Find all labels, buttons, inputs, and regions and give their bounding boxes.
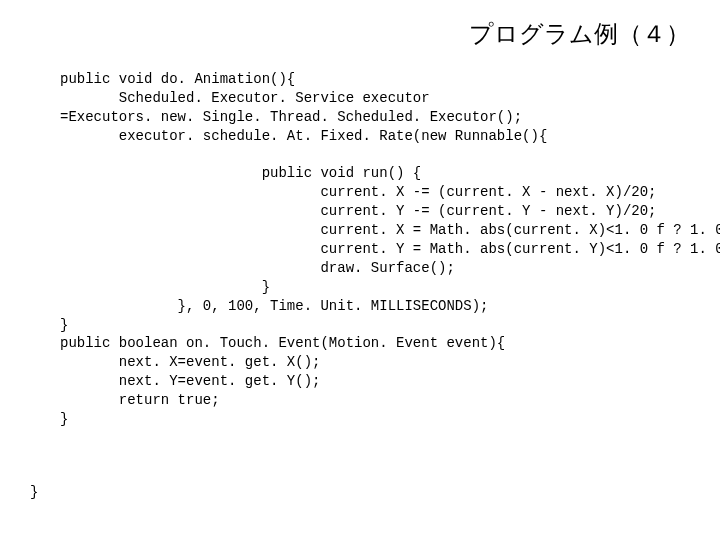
code-line: next. X=event. get. X(); — [60, 354, 320, 370]
code-line: public void do. Animation(){ — [60, 71, 295, 87]
code-line: =Executors. new. Single. Thread. Schedul… — [60, 109, 522, 125]
code-line: } — [60, 279, 270, 295]
code-line: public void run() { — [60, 165, 421, 181]
code-line: executor. schedule. At. Fixed. Rate(new … — [60, 128, 547, 144]
code-line: current. Y -= (current. Y - next. Y)/20; — [60, 203, 657, 219]
code-line: current. Y = Math. abs(current. Y)<1. 0 … — [60, 241, 720, 257]
code-line: next. Y=event. get. Y(); — [60, 373, 320, 389]
code-line: Scheduled. Executor. Service executor — [60, 90, 430, 106]
closing-brace: } — [30, 484, 38, 500]
code-line: }, 0, 100, Time. Unit. MILLISECONDS); — [60, 298, 488, 314]
code-line: draw. Surface(); — [60, 260, 455, 276]
slide: プログラム例（４） public void do. Animation(){ S… — [0, 0, 720, 540]
slide-title: プログラム例（４） — [469, 18, 690, 50]
code-line: return true; — [60, 392, 220, 408]
code-line: } — [60, 411, 68, 427]
code-line: current. X -= (current. X - next. X)/20; — [60, 184, 657, 200]
code-line: } — [60, 317, 68, 333]
code-line: public boolean on. Touch. Event(Motion. … — [60, 335, 505, 351]
code-line: current. X = Math. abs(current. X)<1. 0 … — [60, 222, 720, 238]
code-block: public void do. Animation(){ Scheduled. … — [60, 70, 720, 429]
